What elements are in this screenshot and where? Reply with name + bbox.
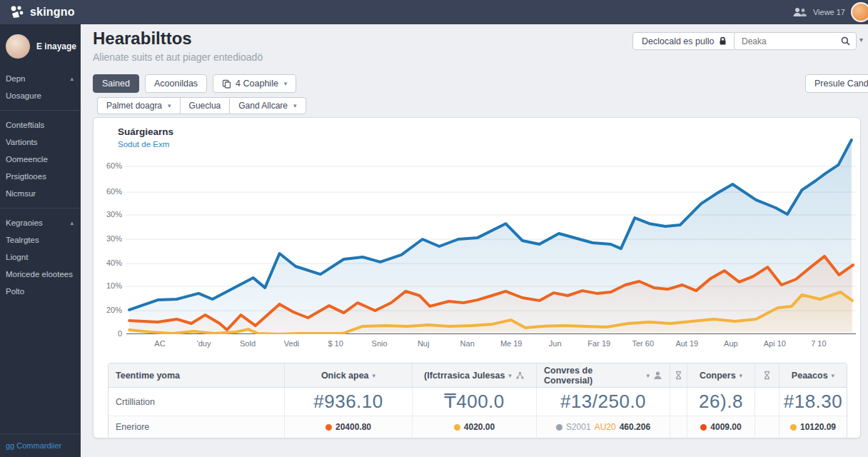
page-subtitle: Alienate suits et aut piager entedioadö [93, 51, 263, 63]
network-icon [515, 371, 525, 380]
metric-big-value: 26).8 [699, 391, 743, 413]
filter-label: Gueclua [189, 101, 221, 111]
chart-title: Suárgiearns [118, 126, 173, 137]
logo-icon [10, 5, 24, 19]
metric-detail-value: 4009.00 [700, 422, 741, 432]
hourglass-icon [762, 371, 772, 380]
sidebar-item-nicmsur[interactable]: Nicmsur [0, 185, 81, 202]
metric-part: 20400.80 [335, 422, 371, 432]
preset-dropdown-button[interactable]: Presule Cand ▾ [805, 74, 868, 93]
line-chart[interactable] [126, 136, 856, 334]
x-tick-label: Aut 19 [675, 339, 698, 348]
divider [0, 208, 81, 209]
user-avatar[interactable] [851, 2, 868, 22]
table-row[interactable]: Eneriore20400.804020.00S2001AU20460.2064… [108, 416, 847, 438]
y-tick-label: 60% [98, 187, 122, 196]
series-dot [700, 424, 707, 431]
series-dot [454, 424, 460, 431]
filter-palmet-doagra[interactable]: Palmet doagra▾ [97, 97, 180, 114]
sidebar-footer-link[interactable]: gg Commardiier [0, 440, 81, 457]
tab-label: Sained [102, 79, 130, 89]
column-header-label: Conpers [700, 371, 736, 381]
chevron-down-icon: ▾ [284, 80, 288, 87]
tab-4-coaphile[interactable]: 4 Coaphile▾ [213, 74, 296, 93]
sidebar-item-label: Nicmsur [6, 189, 36, 198]
column-header-peaacos[interactable]: Peaacos▾ [779, 363, 847, 387]
sidebar-item-uosagure[interactable]: Uosagure [0, 87, 81, 104]
value-cell: #13/250.0 [537, 388, 670, 416]
chart-card: Suárgiearns Sodut de Exm 60%60%30%30%40%… [93, 117, 861, 438]
filter-gueclua[interactable]: Gueclua [180, 97, 230, 114]
search-input[interactable] [740, 36, 837, 47]
filter-gand-allcare[interactable]: Gand Allcare▾ [229, 97, 306, 114]
column-header-icon[interactable] [755, 363, 779, 387]
x-tick-label: 'duy [197, 339, 211, 348]
sidebar-item-kegraoies[interactable]: Kegraoies▴ [0, 214, 81, 231]
y-tick-label: 60% [98, 161, 122, 170]
x-tick-label: Nuj [418, 339, 430, 348]
sidebar-item-label: Kegraoies [6, 219, 43, 227]
sidebar-avatar [6, 34, 30, 59]
sidebar-footer: gg Commardiier [0, 433, 81, 457]
metric-part: 10120.09 [800, 422, 836, 432]
chevron-up-icon: ▴ [70, 219, 74, 226]
x-tick-label: Nan [460, 339, 475, 348]
sidebar-item-depn[interactable]: Depn▴ [0, 70, 81, 87]
search-icon[interactable] [841, 36, 850, 46]
sidebar-item-label: Prsigtlooes [6, 172, 46, 181]
value-cell: 4020.00 [413, 416, 537, 438]
column-header-teentime-yoma[interactable]: Teentime yoma [108, 363, 285, 387]
app-logo-text[interactable]: skingno [30, 6, 75, 19]
chevron-down-icon[interactable]: ▾ [859, 36, 863, 44]
sidebar-item-label: Uosagure [6, 91, 41, 100]
sidebar-item-tealrgtes[interactable]: Tealrgtes [0, 231, 81, 248]
sidebar-user[interactable]: E inayage [0, 24, 81, 70]
tab-sained[interactable]: Sained [93, 74, 139, 93]
sidebar-item-label: Depn [6, 74, 26, 83]
metric-part: 4020.00 [464, 422, 495, 432]
x-tick-label: Me 19 [500, 339, 523, 348]
series-dot [790, 424, 797, 431]
sidebar-item-oomeencle[interactable]: Oomeencle [0, 151, 81, 168]
column-header-ifctrrasica-julesas[interactable]: (Ifctrrasica Julesas▾ [413, 363, 537, 387]
sidebar-item-liognt[interactable]: Liognt [0, 248, 81, 266]
sidebar-item-conteftials[interactable]: Conteftials [0, 116, 81, 134]
pull-button[interactable]: Declocald es pullo [632, 32, 737, 50]
table-header-row: Teentime yomaOnick apea▾(Ifctrrasica Jul… [108, 363, 847, 388]
y-tick-label: 40% [98, 258, 122, 267]
sidebar-item-label: Oomeencle [6, 155, 48, 164]
sidebar-item-moricede-elootees[interactable]: Moricede elootees [0, 266, 81, 283]
person-icon [653, 371, 662, 380]
row-name-cell: Eneriore [108, 416, 285, 438]
value-cell: #18.30 [779, 388, 847, 416]
column-header-icon[interactable] [670, 363, 687, 387]
y-tick-label: 10% [98, 281, 122, 290]
column-header-label: (Ifctrrasica Julesas [424, 371, 505, 381]
metric-part: 460.206 [620, 422, 650, 432]
chevron-down-icon: ▾ [373, 372, 376, 379]
sidebar: E inayage Depn▴UosagureConteftialsVartio… [0, 24, 81, 457]
column-header-convres-de-conversial[interactable]: Convres de Conversial)▾ [537, 363, 670, 387]
x-tick-label: 7 10 [811, 339, 826, 348]
tab-acoonildas[interactable]: Acoonildas [145, 74, 207, 93]
value-cell: 10120.09 [779, 416, 847, 438]
sidebar-menu: Depn▴UosagureConteftialsVartiontsOomeenc… [0, 70, 81, 300]
filter-label: Gand Allcare [238, 101, 288, 111]
table-row[interactable]: Crtilliation#936.10₸400.0#13/250.026).8#… [108, 388, 847, 416]
chevron-down-icon: ▾ [168, 102, 171, 109]
divider [0, 433, 81, 434]
x-tick-label: Snio [372, 339, 388, 348]
sidebar-item-label: Vartionts [6, 138, 38, 146]
metric-big-value: ₸400.0 [444, 391, 505, 413]
x-tick-label: Jun [549, 339, 562, 348]
column-header-label: Convres de Conversial) [544, 366, 642, 386]
column-header-conpers[interactable]: Conpers▾ [687, 363, 755, 387]
sidebar-item-prsigtlooes[interactable]: Prsigtlooes [0, 168, 81, 185]
sidebar-item-vartionts[interactable]: Vartionts [0, 134, 81, 151]
value-cell: 4009.00 [687, 416, 755, 438]
column-header-onick-apea[interactable]: Onick apea▾ [285, 363, 413, 387]
sidebar-item-polto[interactable]: Polto [0, 283, 81, 300]
sidebar-item-label: Moricede elootees [6, 270, 73, 278]
value-cell: 20400.80 [285, 416, 413, 438]
hourglass-icon [674, 371, 683, 380]
